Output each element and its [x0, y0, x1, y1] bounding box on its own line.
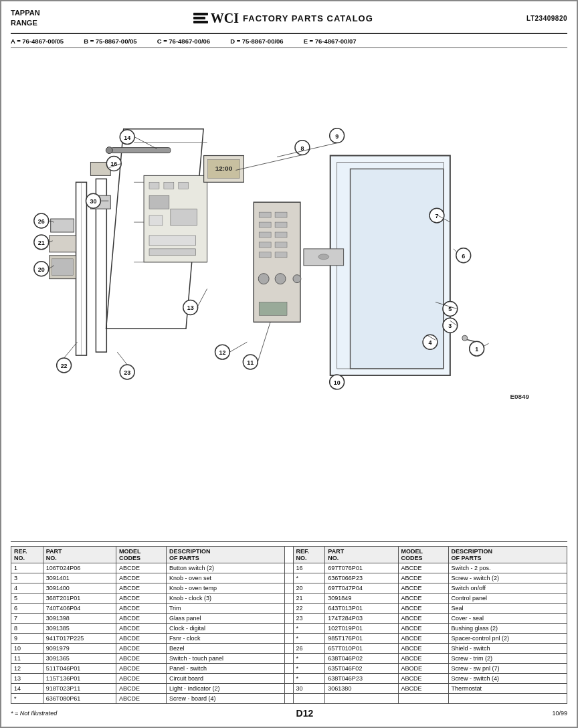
table-row: 10 9091979 ABCDE Bezel 26 657T010P01 ABC… — [11, 644, 567, 654]
svg-text:12: 12 — [219, 349, 226, 356]
svg-rect-10 — [149, 182, 159, 189]
catalog-number: LT23409820 — [526, 15, 567, 22]
ref-left: 12 — [11, 664, 43, 674]
desc-left: Knob - oven set — [166, 573, 284, 583]
desc-left: Switch - touch panel — [166, 654, 284, 664]
svg-text:12:00: 12:00 — [215, 165, 233, 172]
footer: * = Not Illustrated D12 10/99 — [11, 704, 567, 720]
part-left: 3091401 — [43, 573, 116, 583]
table-row: 5 368T201P01 ABCDE Knob - clock (3) 21 3… — [11, 594, 567, 604]
model-right: ABCDE — [398, 594, 448, 604]
desc-right: Seal — [448, 604, 567, 614]
model-left: ABCDE — [116, 624, 166, 634]
svg-text:23: 23 — [124, 369, 130, 376]
svg-text:10: 10 — [334, 379, 341, 386]
desc-left: Screw - board (4) — [166, 694, 284, 704]
table-row: 8 3091385 ABCDE Clock - digital * 102T01… — [11, 624, 567, 634]
svg-point-31 — [275, 273, 286, 284]
wci-bar-2 — [193, 17, 205, 19]
model-right: ABODE — [398, 664, 448, 674]
svg-text:1: 1 — [475, 346, 478, 353]
svg-rect-44 — [51, 219, 74, 232]
table-row: 9 941T017P225 ABCDE Fsnr - clock * 985T1… — [11, 634, 567, 644]
ref-right: * — [293, 654, 325, 664]
desc-left: Knob - oven temp — [166, 583, 284, 594]
svg-rect-15 — [171, 209, 197, 225]
parts-table: REF.NO. PARTNO. MODELCODES DESCRIPTIONOF… — [11, 546, 567, 704]
part-right: 174T284P03 — [325, 614, 398, 624]
svg-point-30 — [258, 273, 269, 284]
desc-right: Switch - 2 pos. — [448, 563, 567, 573]
model-code-e: E = 76-4867-00/07 — [304, 37, 357, 45]
svg-rect-19 — [259, 212, 271, 217]
desc-left: Glass panel — [166, 614, 284, 624]
table-row: 4 3091400 ABCDE Knob - oven temp 20 697T… — [11, 583, 567, 594]
footer-page: D12 — [296, 708, 314, 719]
header-ref-no-left: REF.NO. — [11, 547, 43, 563]
page: TAPPAN RANGE WCI FACTORY PARTS CATALOG L… — [0, 0, 578, 728]
ref-left: 6 — [11, 604, 43, 614]
model-code-a: A = 76-4867-00/05 — [11, 37, 64, 45]
svg-text:3: 3 — [448, 323, 452, 329]
wci-text: WCI — [211, 11, 239, 26]
ref-left: 13 — [11, 674, 43, 684]
model-left: ABCDE — [116, 583, 166, 594]
row-divider — [285, 583, 293, 594]
desc-right: Spacer-control pnl (2) — [448, 634, 567, 644]
part-right: 657T010P01 — [325, 644, 398, 654]
row-divider — [285, 644, 293, 654]
part-left: 941T017P225 — [43, 634, 116, 644]
ref-right: 20 — [293, 583, 325, 594]
part-right: 638T046P23 — [325, 674, 398, 684]
header-model-left: MODELCODES — [116, 547, 166, 563]
touch-panel-11 — [254, 202, 301, 322]
desc-right: Cover - seal — [448, 614, 567, 624]
ref-right: * — [293, 674, 325, 684]
svg-rect-28 — [275, 252, 287, 258]
ref-left: 8 — [11, 624, 43, 634]
row-divider — [285, 674, 293, 684]
desc-left: Fsnr - clock — [166, 634, 284, 644]
desc-right: Screw - trim (2) — [448, 654, 567, 664]
desc-right: Shield - switch — [448, 644, 567, 654]
part-right: 638T046P02 — [325, 654, 398, 664]
model-code-d: D = 75-8867-00/06 — [230, 37, 284, 45]
model-left: ABCDE — [116, 644, 166, 654]
model-right: ABCDE — [398, 654, 448, 664]
svg-point-50 — [462, 335, 468, 341]
row-divider — [285, 624, 293, 634]
model-code-b: B = 75-8867-00/05 — [84, 37, 137, 45]
table-row: 14 918T023P11 ABCDE Light - Indicator (2… — [11, 684, 567, 694]
part-right: 635T046F02 — [325, 664, 398, 674]
row-divider — [285, 694, 293, 704]
part-right: 697T076P01 — [325, 563, 398, 573]
ref-right: 21 — [293, 594, 325, 604]
svg-rect-24 — [275, 232, 287, 238]
ref-right: * — [293, 624, 325, 634]
part-right: 3061380 — [325, 684, 398, 694]
svg-text:6: 6 — [462, 253, 465, 260]
model-right: ABCDE — [398, 614, 448, 624]
part-right: 636T066P23 — [325, 573, 398, 583]
part-left: 918T023P11 — [43, 684, 116, 694]
parts-diagram: 12:00 — [11, 48, 567, 410]
svg-point-48 — [106, 147, 112, 153]
svg-text:21: 21 — [38, 240, 45, 246]
model-left: ABCDE — [116, 563, 166, 573]
svg-text:7: 7 — [435, 213, 438, 219]
model-code-c: C = 76-4867-00/06 — [157, 37, 211, 45]
svg-rect-29 — [259, 302, 287, 315]
ref-left: 4 — [11, 583, 43, 594]
part-left: 9091979 — [43, 644, 116, 654]
model-right: ABCDE — [398, 674, 448, 684]
footer-date: 10/99 — [552, 710, 567, 717]
svg-point-40 — [318, 254, 329, 260]
row-divider — [285, 573, 293, 583]
ref-right: * — [293, 634, 325, 644]
bezel-10 — [304, 249, 344, 266]
header: TAPPAN RANGE WCI FACTORY PARTS CATALOG L… — [11, 8, 567, 34]
row-divider — [285, 604, 293, 614]
model-right: ABCDE — [398, 583, 448, 594]
ref-left: 7 — [11, 614, 43, 624]
header-part-no-right: PARTNO. — [325, 547, 398, 563]
